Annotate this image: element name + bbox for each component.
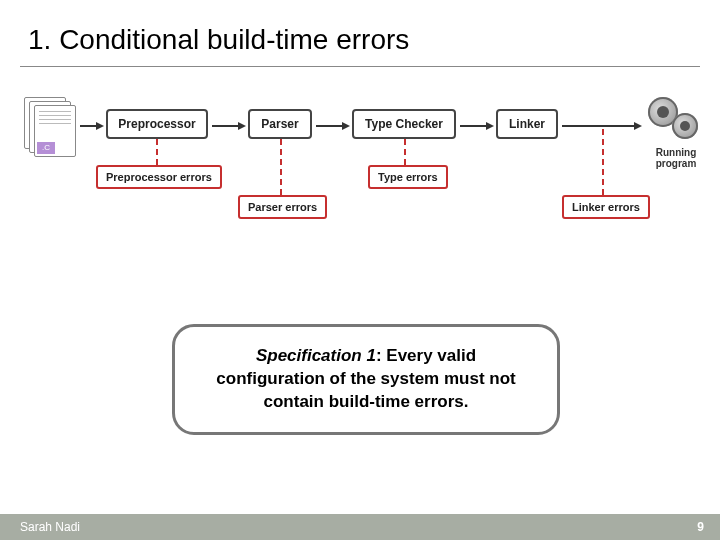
arrow-icon <box>212 121 246 127</box>
dashed-connector <box>404 139 406 165</box>
stage-preprocessor: Preprocessor <box>106 109 208 139</box>
spec-prefix: Specification 1 <box>256 346 376 365</box>
title-divider <box>20 66 700 67</box>
arrow-icon <box>460 121 494 127</box>
stage-linker: Linker <box>496 109 558 139</box>
error-linker: Linker errors <box>562 195 650 219</box>
specification-box: Specification 1: Every valid configurati… <box>172 324 560 435</box>
dashed-connector <box>156 139 158 165</box>
stage-type-checker: Type Checker <box>352 109 456 139</box>
stage-parser: Parser <box>248 109 312 139</box>
slide-title: 1. Conditional build-time errors <box>0 0 720 66</box>
pipeline-diagram: .C Preprocessor Parser Type Checker Link… <box>0 85 720 255</box>
error-type: Type errors <box>368 165 448 189</box>
running-program-icon <box>646 95 702 151</box>
running-program-label: Running program <box>640 147 712 169</box>
gear-icon <box>672 113 698 139</box>
svg-marker-9 <box>634 122 642 130</box>
slide-footer: Sarah Nadi 9 <box>0 514 720 540</box>
arrow-icon <box>316 121 350 127</box>
dashed-connector <box>602 129 604 195</box>
svg-marker-7 <box>486 122 494 130</box>
footer-page-number: 9 <box>697 520 704 534</box>
file-extension-badge: .C <box>37 142 55 154</box>
svg-marker-5 <box>342 122 350 130</box>
error-preprocessor: Preprocessor errors <box>96 165 222 189</box>
dashed-connector <box>280 139 282 195</box>
arrow-icon <box>80 121 104 127</box>
footer-author: Sarah Nadi <box>20 520 80 534</box>
error-parser: Parser errors <box>238 195 327 219</box>
svg-marker-3 <box>238 122 246 130</box>
source-files-icon: .C <box>24 97 76 157</box>
arrow-icon <box>562 121 642 127</box>
svg-marker-1 <box>96 122 104 130</box>
